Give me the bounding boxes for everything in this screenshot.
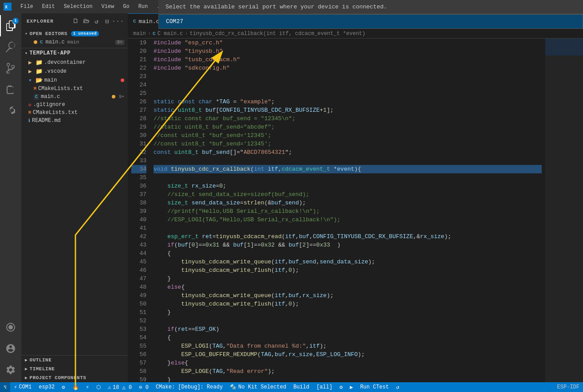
activity-explorer[interactable]: 1 bbox=[0, 15, 21, 36]
play-icon: ▶ bbox=[350, 384, 353, 391]
code-line: //printf("Hello,USB Serial_rx_callback!\… bbox=[154, 207, 542, 216]
code-line bbox=[154, 72, 542, 81]
status-esp32-label: esp32 bbox=[39, 384, 55, 390]
status-fire[interactable]: 🔥 bbox=[69, 382, 83, 392]
cmake-icon: M bbox=[28, 110, 31, 115]
all-label: [all] bbox=[316, 384, 332, 390]
activity-run-debug[interactable] bbox=[0, 79, 21, 100]
open-editors-header[interactable]: ▾ OPEN EDITORS 1 unsaved bbox=[21, 29, 128, 38]
tree-item-main[interactable]: ▾ 📂 main bbox=[21, 76, 128, 85]
menu-go[interactable]: Go bbox=[119, 3, 133, 11]
activity-espressif[interactable] bbox=[0, 317, 21, 338]
tree-item-gitignore[interactable]: ⊘ .gitignore bbox=[21, 101, 128, 109]
code-line: //const uint8_t *buf_send='12345'; bbox=[154, 140, 542, 148]
build-label: Build bbox=[293, 384, 309, 390]
svg-point-2 bbox=[8, 325, 13, 329]
menu-run[interactable]: Run bbox=[135, 3, 152, 11]
status-remote-btn[interactable]: ⌥ bbox=[0, 382, 10, 392]
tree-item-cmakelists-root[interactable]: M CMakeLists.txt bbox=[21, 109, 128, 117]
serial-dropdown[interactable]: Select the available serial port where y… bbox=[158, 0, 583, 29]
code-line: //ESP_LOGI(TAG,"Hello,USB Serial_rx_call… bbox=[154, 216, 542, 224]
code-line: { bbox=[154, 249, 542, 258]
outline-section[interactable]: ▶ OUTLINE bbox=[21, 356, 128, 365]
breadcrumb-file-icon: C bbox=[153, 31, 156, 36]
status-play[interactable]: ▶ bbox=[346, 382, 356, 392]
breadcrumb-sep2: › bbox=[185, 31, 188, 37]
menu-view[interactable]: View bbox=[98, 3, 118, 11]
status-esp32[interactable]: esp32 bbox=[35, 382, 58, 392]
menu-edit[interactable]: Edit bbox=[39, 3, 59, 11]
editor-area: C main.c 9+ ▶ ⬇ ⊞ ··· main › C C main.c … bbox=[128, 13, 583, 382]
c-file-icon: C bbox=[34, 94, 39, 100]
breadcrumb: main › C C main.c › tinyusb_cdc_rx_callb… bbox=[128, 29, 583, 39]
sidebar-title: EXPLORER bbox=[27, 19, 54, 24]
status-espidf[interactable]: ESP-IDF bbox=[554, 382, 583, 392]
status-no-kit[interactable]: 🔩 No Kit Selected bbox=[226, 382, 290, 392]
tree-item-vscode[interactable]: ▶ 📁 .vscode bbox=[21, 67, 128, 76]
code-line bbox=[154, 317, 542, 325]
open-editors-file-main-c[interactable]: C main.c main 9+ bbox=[21, 38, 128, 46]
tree-item-devcontainer[interactable]: ▶ 📁 .devcontainer bbox=[21, 58, 128, 67]
bottom-sections: ▶ OUTLINE ▶ TIMELINE ▶ PROJECT COMPONENT… bbox=[21, 355, 128, 382]
serial-prompt: Select the available serial port where y… bbox=[158, 0, 583, 14]
code-line: tinyusb_cdcacm_write_flush(itf,0); bbox=[154, 300, 542, 308]
new-folder-button[interactable]: 🗁 bbox=[82, 17, 91, 26]
project-header[interactable]: ▾ TEMPLATE-APP bbox=[21, 48, 128, 58]
status-build[interactable]: Build bbox=[290, 382, 313, 392]
chevron-right-icon: ▶ bbox=[25, 357, 28, 363]
status-hex[interactable]: ⬡ bbox=[93, 382, 104, 392]
timeline-section[interactable]: ▶ TIMELINE bbox=[21, 365, 128, 373]
status-com1[interactable]: ⚡ COM1 bbox=[10, 382, 35, 392]
status-bolt[interactable]: ⚡ bbox=[83, 382, 93, 392]
breadcrumb-symbol[interactable]: tinyusb_cdc_rx_callback(int itf, cdcacm_… bbox=[189, 31, 365, 37]
code-line: #include "esp_crc.h" bbox=[154, 39, 542, 47]
code-line: } bbox=[154, 308, 542, 317]
breadcrumb-file[interactable]: C main.c bbox=[158, 31, 183, 37]
status-settings2[interactable]: ⚙ bbox=[336, 382, 346, 392]
tree-item-readme[interactable]: ℹ README.md bbox=[21, 117, 128, 125]
project-components-section[interactable]: ▶ PROJECT COMPONENTS bbox=[21, 373, 128, 382]
filename: CMakeLists.txt bbox=[38, 86, 83, 92]
breadcrumb-main[interactable]: main bbox=[133, 31, 146, 37]
code-line: #include "sdkconfig.h" bbox=[154, 64, 542, 72]
serial-option-com27[interactable]: COM27 bbox=[159, 15, 583, 28]
code-line: static uint8_t buf[CONFIG_TINYUSB_CDC_RX… bbox=[154, 106, 542, 114]
code-line: //static uint8_t buf_send="abcdef"; bbox=[154, 123, 542, 131]
code-line: esp_err_t ret=tinyusb_cdcacm_read(itf,bu… bbox=[154, 232, 542, 241]
status-all[interactable]: [all] bbox=[313, 382, 336, 392]
menu-selection[interactable]: Selection bbox=[60, 3, 96, 11]
menu-file[interactable]: File bbox=[17, 3, 37, 11]
minimap bbox=[545, 39, 583, 382]
activity-settings[interactable] bbox=[0, 359, 21, 380]
refresh-button[interactable]: ↺ bbox=[92, 17, 101, 26]
status-errors[interactable]: ⊖ 0 bbox=[135, 382, 152, 392]
warning-count: 18 △ 0 bbox=[113, 384, 132, 391]
titlebar-menu: File Edit Selection View Go Run ... bbox=[17, 3, 170, 11]
activity-accounts[interactable] bbox=[0, 338, 21, 359]
folder-name: .vscode bbox=[44, 68, 67, 74]
collapse-button[interactable]: ⊟ bbox=[103, 17, 112, 26]
code-content[interactable]: #include "esp_crc.h" #include "tinyusb.h… bbox=[150, 39, 545, 382]
status-warnings[interactable]: ⚠ 18 △ 0 bbox=[104, 382, 135, 392]
unsaved-dot bbox=[112, 95, 115, 98]
code-line: }else{ bbox=[154, 359, 542, 367]
activity-search[interactable] bbox=[0, 36, 21, 58]
folder-icon: ▶ 📁 bbox=[28, 68, 43, 75]
tree-item-main-c[interactable]: C main.c 9+ bbox=[21, 93, 128, 101]
status-run-ctest[interactable]: Run CTest bbox=[357, 382, 393, 392]
open-editors-section: ▾ OPEN EDITORS 1 unsaved C main.c main 9… bbox=[21, 29, 128, 48]
activity-extensions[interactable] bbox=[0, 100, 21, 122]
lightning-icon: ⚡ bbox=[14, 384, 17, 391]
code-line: size_t rx_size=0; bbox=[154, 182, 542, 190]
code-line bbox=[154, 224, 542, 232]
status-refresh[interactable]: ↺ bbox=[392, 382, 402, 392]
status-cmake[interactable]: CMake: [Debug]: Ready bbox=[152, 382, 226, 392]
more-actions-button[interactable]: ··· bbox=[114, 17, 122, 26]
change-count-badge: 9+ bbox=[115, 40, 124, 45]
status-gear[interactable]: ⚙ bbox=[58, 382, 68, 392]
tree-item-cmakelists-main[interactable]: M CMakeLists.txt bbox=[21, 85, 128, 93]
minimap-content bbox=[545, 39, 583, 382]
new-file-button[interactable]: 🗋 bbox=[71, 17, 80, 26]
activity-source-control[interactable] bbox=[0, 58, 21, 79]
code-line: //size_t send_data_size=sizeof(buf_send)… bbox=[154, 190, 542, 199]
